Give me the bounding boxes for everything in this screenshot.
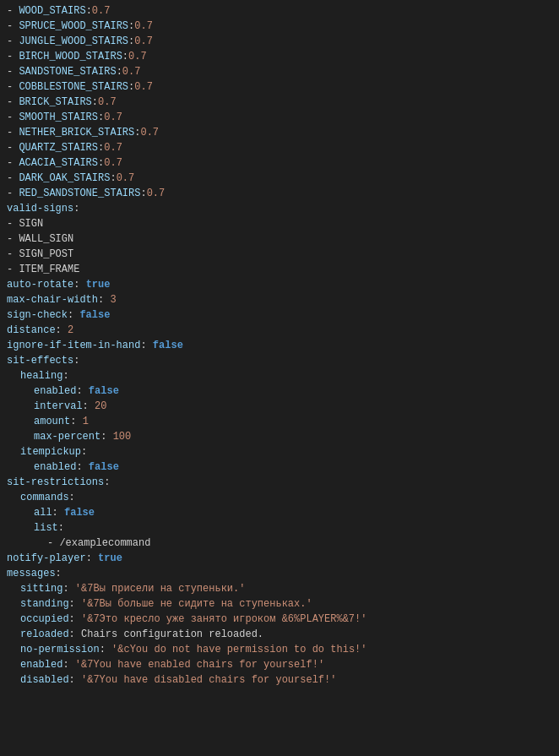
line-16: - SIGN_POST bbox=[7, 247, 552, 262]
line-8: - NETHER_BRICK_STAIRS:0.7 bbox=[7, 125, 552, 140]
line-32: commands: bbox=[7, 490, 552, 505]
line-2: - JUNGLE_WOOD_STAIRS:0.7 bbox=[7, 34, 552, 49]
line-15: - WALL_SIGN bbox=[7, 231, 552, 247]
line-33: all: false bbox=[7, 505, 552, 520]
line-9: - QUARTZ_STAIRS:0.7 bbox=[7, 140, 552, 155]
line-28: max-percent: 100 bbox=[7, 429, 552, 444]
line-29: itempickup: bbox=[7, 444, 552, 460]
line-14: - SIGN bbox=[7, 216, 552, 231]
line-1: - SPRUCE_WOOD_STAIRS:0.7 bbox=[7, 19, 552, 34]
line-43: enabled: '&7You have enabled chairs for … bbox=[7, 657, 552, 672]
line-40: occupied: '&7Это кресло уже занято игрок… bbox=[7, 612, 552, 627]
line-44: disabled: '&7You have disabled chairs fo… bbox=[7, 672, 552, 688]
line-18: auto-rotate: true bbox=[7, 277, 552, 292]
line-5: - COBBLESTONE_STAIRS:0.7 bbox=[7, 79, 552, 95]
line-26: interval: 20 bbox=[7, 399, 552, 414]
line-6: - BRICK_STAIRS:0.7 bbox=[7, 95, 552, 110]
line-39: standing: '&7Вы больше не сидите на ступ… bbox=[7, 596, 552, 612]
line-11: - DARK_OAK_STAIRS:0.7 bbox=[7, 171, 552, 186]
editor: - WOOD_STAIRS:0.7- SPRUCE_WOOD_STAIRS:0.… bbox=[0, 0, 559, 691]
line-10: - ACACIA_STAIRS:0.7 bbox=[7, 155, 552, 171]
line-20: sign-check: false bbox=[7, 307, 552, 323]
line-38: sitting: '&7Вы присели на ступеньки.' bbox=[7, 581, 552, 596]
line-4: - SANDSTONE_STAIRS:0.7 bbox=[7, 64, 552, 79]
line-3: - BIRCH_WOOD_STAIRS:0.7 bbox=[7, 49, 552, 64]
line-17: - ITEM_FRAME bbox=[7, 262, 552, 277]
line-37: messages: bbox=[7, 566, 552, 581]
line-13: valid-signs: bbox=[7, 201, 552, 216]
line-35: - /examplecommand bbox=[7, 536, 552, 551]
line-27: amount: 1 bbox=[7, 414, 552, 429]
line-23: sit-effects: bbox=[7, 353, 552, 368]
line-30: enabled: false bbox=[7, 460, 552, 475]
line-31: sit-restrictions: bbox=[7, 475, 552, 490]
line-25: enabled: false bbox=[7, 383, 552, 399]
line-24: healing: bbox=[7, 368, 552, 383]
line-22: ignore-if-item-in-hand: false bbox=[7, 338, 552, 353]
line-41: reloaded: Chairs configuration reloaded. bbox=[7, 627, 552, 642]
line-42: no-permission: '&cYou do not have permis… bbox=[7, 642, 552, 657]
line-19: max-chair-width: 3 bbox=[7, 292, 552, 307]
line-0: - WOOD_STAIRS:0.7 bbox=[7, 3, 552, 19]
line-36: notify-player: true bbox=[7, 551, 552, 566]
line-12: - RED_SANDSTONE_STAIRS:0.7 bbox=[7, 186, 552, 201]
line-21: distance: 2 bbox=[7, 323, 552, 338]
line-34: list: bbox=[7, 520, 552, 536]
line-7: - SMOOTH_STAIRS:0.7 bbox=[7, 110, 552, 125]
